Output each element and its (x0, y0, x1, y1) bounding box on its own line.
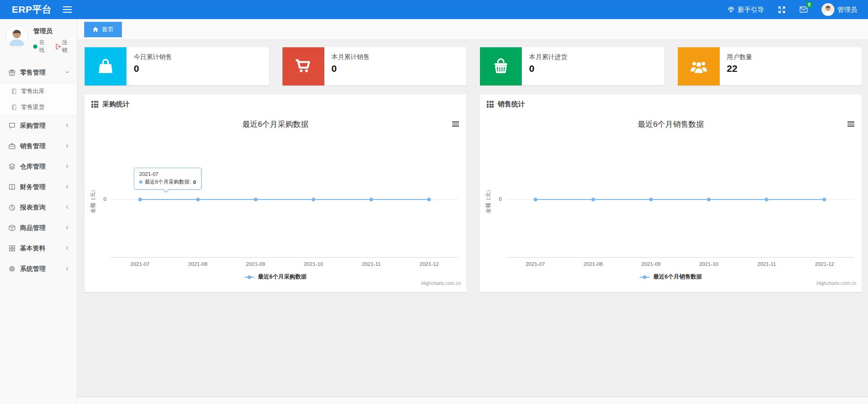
data-point[interactable] (707, 198, 711, 201)
stat-card-month-purchase: 本月累计进货 0 (480, 47, 664, 85)
messages-button[interactable]: 0 (799, 6, 808, 13)
sidebar-item-retail[interactable]: 零售管理 (0, 62, 77, 83)
data-point[interactable] (369, 198, 373, 201)
grid-icon (8, 244, 16, 252)
sidebar-item-label: 系统管理 (20, 265, 45, 273)
gem-icon (727, 6, 735, 13)
tab-home[interactable]: 首页 (84, 22, 122, 37)
shopping-bag-icon (85, 47, 126, 85)
guide-button[interactable]: 新手引导 (727, 5, 764, 14)
online-status-dot (33, 45, 37, 49)
data-point[interactable] (254, 198, 257, 201)
sidebar-item-reports[interactable]: 报表查询 (0, 197, 77, 218)
stat-value: 0 (529, 63, 567, 74)
chat-icon (8, 122, 16, 130)
sign-out-icon (55, 44, 61, 50)
plot-area: 2021-07 2021-08 2021-09 2021-10 2021-11 … (111, 113, 458, 289)
sidebar-item-goods[interactable]: 商品管理 (0, 218, 77, 238)
x-tick-label: 2021-12 (815, 261, 834, 267)
chart-tooltip: 2021-07 最近6个月采购数据: 0 (134, 168, 202, 190)
fullscreen-button[interactable] (778, 6, 786, 14)
sidebar: 管理员 在线 注销 零售管理 (0, 19, 77, 404)
sidebar-item-retail-outbound[interactable]: 零售出库 (0, 83, 77, 99)
package-icon (8, 224, 16, 232)
x-tick-label: 2021-09 (246, 261, 265, 267)
series-line (140, 199, 429, 200)
sidebar-item-label: 零售管理 (20, 69, 45, 77)
tooltip-series-label: 最近6个月采购数据: (145, 179, 191, 185)
x-tick-label: 2021-08 (188, 261, 207, 267)
user-menu[interactable]: 管理员 (822, 3, 858, 16)
brand-logo[interactable]: ERP平台 (0, 3, 59, 16)
stat-card-today-sales: 今日累计销售 0 (85, 47, 269, 85)
chevron-left-icon (65, 185, 70, 190)
data-point[interactable] (823, 198, 826, 201)
sidebar-toggle-icon[interactable] (63, 5, 72, 15)
tabs-bar: 首页 (77, 19, 868, 40)
x-tick-label: 2021-08 (584, 261, 603, 267)
chevron-left-icon (65, 266, 70, 271)
data-point[interactable] (427, 198, 431, 201)
sidebar-menu: 零售管理 零售出库 零售退货 采购管理 (0, 62, 77, 279)
sidebar-item-warehouse[interactable]: 仓库管理 (0, 156, 77, 177)
stat-card-month-sales: 本月累计销售 0 (283, 47, 467, 85)
sidebar-item-retail-return[interactable]: 零售退货 (0, 99, 77, 115)
sidebar-item-label: 销售管理 (20, 142, 45, 150)
data-point[interactable] (649, 198, 653, 201)
chevron-left-icon (65, 144, 70, 149)
sidebar-user-avatar (5, 25, 28, 48)
legend-marker-icon (244, 277, 254, 278)
stat-label: 今日累计销售 (134, 53, 172, 61)
x-tick-label: 2021-07 (525, 261, 545, 267)
journal-icon (11, 104, 17, 110)
data-point[interactable] (312, 198, 315, 201)
sidebar-item-finance[interactable]: 财务管理 (0, 177, 77, 197)
gift-icon (8, 69, 16, 76)
tooltip-value: 0 (193, 180, 196, 185)
layers-icon (8, 163, 16, 170)
series-dot-icon (139, 180, 142, 184)
legend-item[interactable]: 最近6个月采购数据 (85, 273, 466, 281)
fullscreen-arrows-icon (778, 6, 786, 14)
x-tick-label: 2021-10 (304, 261, 323, 267)
x-tick-label: 2021-07 (130, 261, 149, 267)
sidebar-item-system[interactable]: 系统管理 (0, 259, 77, 279)
users-icon (678, 47, 720, 85)
sidebar-item-label: 商品管理 (20, 224, 45, 232)
gear-icon (8, 265, 16, 273)
th-grid-icon (91, 101, 98, 108)
stat-label: 本月累计进货 (529, 53, 567, 61)
y-axis-label: 金额（元） (485, 182, 492, 219)
stat-value: 0 (332, 63, 370, 74)
panel-title: 采购统计 (102, 100, 130, 109)
sidebar-item-purchase[interactable]: 采购管理 (0, 115, 77, 136)
x-axis-line (111, 257, 458, 258)
highcharts-credits[interactable]: Highcharts.com.cn (817, 280, 856, 286)
y-axis-tick: 0 (98, 196, 106, 202)
stat-label: 本月累计销售 (332, 53, 370, 61)
x-tick-label: 2021-09 (641, 261, 661, 267)
sidebar-item-label: 基本资料 (20, 244, 45, 253)
sidebar-item-label: 财务管理 (20, 183, 45, 191)
home-icon (92, 26, 99, 33)
legend-item[interactable]: 最近6个月销售数据 (480, 273, 862, 281)
data-point[interactable] (534, 198, 537, 201)
data-point[interactable] (765, 198, 768, 201)
chevron-left-icon (65, 225, 70, 230)
chevron-left-icon (65, 205, 70, 210)
highcharts-credits[interactable]: Highcharts.com.cn (421, 280, 461, 286)
guide-label: 新手引导 (738, 5, 764, 14)
shopping-cart-icon (283, 47, 324, 85)
series-line (535, 199, 825, 200)
data-point[interactable] (196, 198, 200, 201)
data-point[interactable] (591, 198, 595, 201)
sidebar-item-label: 采购管理 (20, 122, 45, 130)
stat-label: 用户数量 (727, 53, 752, 61)
chevron-left-icon (65, 123, 70, 128)
logout-link[interactable]: 注销 (55, 39, 72, 54)
stat-card-user-count: 用户数量 22 (678, 47, 862, 85)
sidebar-item-sales[interactable]: 销售管理 (0, 136, 77, 156)
chevron-left-icon (65, 164, 70, 169)
data-point[interactable] (138, 198, 142, 201)
sidebar-item-basic-data[interactable]: 基本资料 (0, 238, 77, 259)
